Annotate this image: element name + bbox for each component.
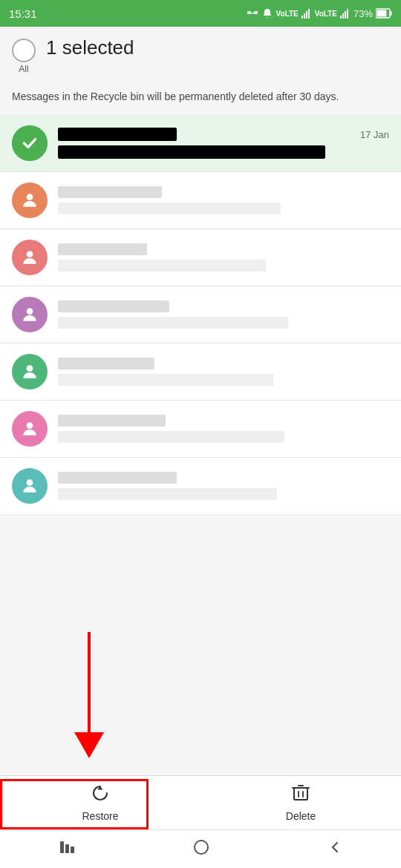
preview-placeholder: [58, 317, 288, 329]
sender-name-redacted: [58, 128, 177, 141]
signal2-icon: [340, 8, 351, 19]
status-icons: VoLTE VoLTE 73%: [247, 7, 392, 19]
list-item[interactable]: [0, 172, 401, 229]
restore-label: Restore: [82, 810, 118, 822]
all-label: All: [19, 64, 28, 74]
message-list: 17 Jan: [0, 115, 401, 515]
avatar: [12, 297, 48, 332]
sender-name-placeholder: [58, 415, 166, 427]
bottom-toolbar: Restore Delete: [0, 775, 401, 829]
annotation-arrow: [45, 632, 134, 780]
person-icon: [20, 248, 39, 267]
list-item[interactable]: [0, 343, 401, 401]
list-item[interactable]: [0, 401, 401, 458]
status-bar: 15:31 VoLTE VoLTE 73%: [0, 0, 401, 27]
svg-marker-21: [74, 732, 104, 758]
person-icon: [20, 476, 39, 496]
message-content: [58, 300, 389, 329]
avatar: [12, 240, 48, 275]
svg-point-17: [27, 365, 33, 372]
svg-rect-7: [340, 16, 342, 19]
svg-rect-10: [347, 9, 348, 19]
preview-placeholder: [58, 260, 266, 272]
delete-label: Delete: [286, 810, 316, 822]
message-content: [58, 186, 389, 214]
svg-point-19: [27, 479, 33, 486]
selected-count-title: 1 selected: [46, 36, 134, 59]
svg-rect-30: [195, 841, 208, 854]
svg-rect-28: [65, 844, 69, 853]
sender-name-placeholder: [58, 186, 162, 198]
svg-rect-6: [308, 9, 310, 19]
svg-point-14: [27, 194, 33, 200]
glasses-icon: [247, 7, 258, 19]
restore-button[interactable]: Restore: [0, 776, 200, 829]
restore-icon: [91, 783, 110, 807]
home-nav-icon[interactable]: [193, 839, 209, 859]
status-time: 15:31: [9, 7, 37, 20]
avatar: [12, 468, 48, 504]
bell-icon: [261, 7, 273, 19]
svg-point-18: [27, 422, 33, 429]
nav-bar: [0, 829, 401, 868]
sender-name-placeholder: [58, 358, 154, 369]
all-circle[interactable]: [12, 39, 36, 62]
trash-svg-icon: [292, 783, 310, 803]
battery-percentage: 73%: [353, 8, 373, 19]
svg-rect-9: [345, 11, 346, 19]
svg-rect-8: [342, 13, 344, 19]
message-content: [58, 472, 389, 500]
svg-rect-1: [254, 11, 258, 14]
svg-rect-2: [251, 13, 254, 14]
list-item[interactable]: [0, 286, 401, 343]
svg-rect-22: [294, 788, 307, 800]
svg-rect-0: [247, 11, 251, 14]
avatar: [12, 125, 48, 161]
list-item[interactable]: [0, 458, 401, 515]
list-item[interactable]: 17 Jan: [0, 115, 401, 172]
person-icon: [20, 191, 39, 210]
sender-name-placeholder: [58, 300, 169, 312]
message-content: 17 Jan: [58, 128, 389, 159]
svg-rect-27: [60, 841, 64, 853]
back-nav-icon[interactable]: [327, 840, 342, 858]
lte1-indicator: VoLTE: [276, 10, 299, 18]
svg-rect-13: [377, 10, 387, 17]
battery-icon: [376, 8, 392, 19]
message-content: [58, 243, 389, 272]
sender-name-placeholder: [58, 243, 147, 255]
info-message: Messages in the Recycle bin will be perm…: [0, 82, 401, 115]
select-all-checkbox[interactable]: All: [12, 39, 36, 74]
signal1-icon: [301, 8, 312, 19]
message-content: [58, 415, 389, 443]
sender-name-placeholder: [58, 472, 177, 484]
delete-button[interactable]: Delete: [200, 776, 401, 829]
message-preview-redacted: [58, 145, 325, 159]
svg-rect-3: [301, 16, 303, 19]
person-icon: [20, 362, 39, 381]
list-item[interactable]: [0, 229, 401, 286]
recents-nav-icon[interactable]: [59, 841, 75, 858]
avatar: [12, 411, 48, 447]
person-icon: [20, 305, 39, 324]
message-date: 17 Jan: [360, 129, 389, 140]
preview-placeholder: [58, 374, 273, 386]
message-content: [58, 358, 389, 386]
svg-point-15: [27, 251, 33, 257]
avatar: [12, 354, 48, 389]
lte2-indicator: VoLTE: [315, 10, 337, 18]
selection-header: All 1 selected: [0, 27, 401, 82]
svg-rect-4: [304, 13, 305, 19]
svg-rect-29: [71, 846, 74, 853]
svg-rect-5: [306, 11, 307, 19]
preview-placeholder: [58, 203, 281, 214]
svg-point-16: [27, 308, 33, 315]
preview-placeholder: [58, 488, 277, 500]
delete-icon: [292, 783, 310, 807]
preview-placeholder: [58, 431, 284, 443]
restore-svg-icon: [91, 783, 110, 803]
avatar: [12, 183, 48, 218]
svg-rect-12: [391, 11, 392, 16]
checkmark-overlay: [12, 125, 48, 161]
person-icon: [20, 419, 39, 438]
